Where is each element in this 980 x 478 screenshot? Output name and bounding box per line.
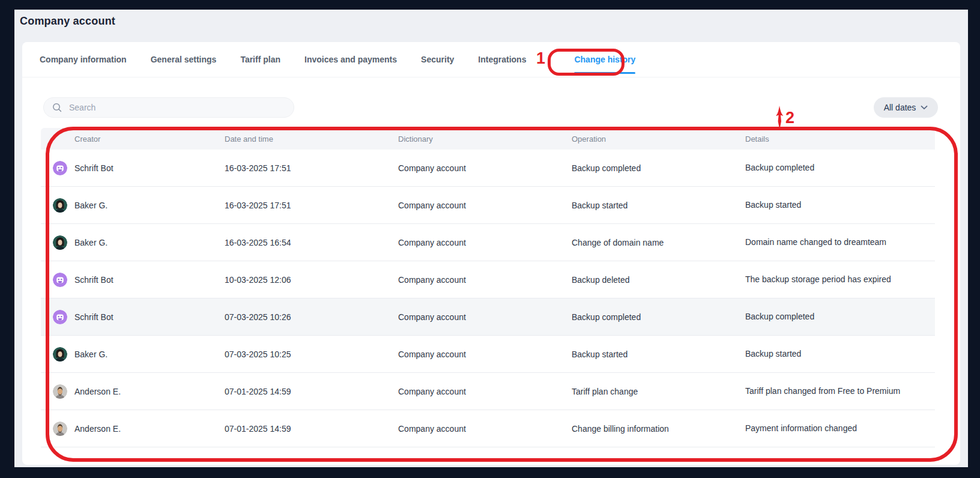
dictionary-cell: Company account: [398, 387, 572, 396]
creator-cell: Schrift Bot: [41, 161, 225, 175]
bot-avatar: [53, 161, 67, 175]
dictionary-cell: Company account: [398, 163, 572, 173]
table-header-row: CreatorDate and timeDictionaryOperationD…: [41, 128, 935, 150]
tab-label: Integrations: [478, 55, 526, 64]
datetime-cell: 16-03-2025 16:54: [225, 238, 398, 247]
page-title: Company account: [20, 15, 115, 28]
search-input[interactable]: [68, 102, 286, 113]
content-panel: Company informationGeneral settingsTarif…: [22, 42, 960, 465]
tab-label: Company information: [40, 55, 127, 64]
table-body: Schrift Bot 16-03-2025 17:51 Company acc…: [41, 150, 935, 447]
details-cell: Payment information changed: [745, 423, 935, 434]
user-avatar: [53, 347, 67, 362]
table-row[interactable]: Baker G. 16-03-2025 17:51 Company accoun…: [41, 187, 935, 224]
chevron-down-icon: [921, 105, 928, 110]
change-history-table: CreatorDate and timeDictionaryOperationD…: [41, 128, 935, 447]
tab-bar: Company informationGeneral settingsTarif…: [22, 42, 960, 77]
details-cell: Backup started: [745, 199, 935, 210]
user-avatar: [53, 198, 67, 213]
user-avatar: [53, 235, 67, 250]
operation-cell: Backup completed: [572, 163, 745, 173]
tab-security[interactable]: Security: [421, 42, 454, 77]
user-avatar: [53, 384, 67, 399]
table-row[interactable]: Schrift Bot 10-03-2025 12:06 Company acc…: [41, 261, 935, 298]
user-avatar: [53, 422, 67, 436]
creator-cell: Anderson E.: [41, 422, 225, 436]
dictionary-cell: Company account: [398, 238, 572, 247]
table-row[interactable]: Baker G. 07-03-2025 10:25 Company accoun…: [41, 336, 935, 373]
creator-cell: Anderson E.: [41, 384, 225, 399]
creator-cell: Baker G.: [41, 347, 225, 362]
tab-label: Security: [421, 55, 454, 64]
details-cell: Backup completed: [745, 311, 935, 322]
search-icon: [52, 103, 62, 112]
datetime-cell: 07-03-2025 10:25: [225, 349, 398, 359]
operation-cell: Change billing information: [572, 424, 745, 434]
operation-cell: Tariff plan change: [572, 387, 745, 396]
column-header-operation: Operation: [572, 135, 745, 144]
operation-cell: Backup deleted: [572, 275, 745, 285]
operation-cell: Change of domain name: [572, 238, 745, 247]
operation-cell: Backup completed: [572, 312, 745, 322]
column-header-date-and-time: Date and time: [225, 135, 398, 144]
dictionary-cell: Company account: [398, 312, 572, 322]
table-row[interactable]: Schrift Bot 07-03-2025 10:26 Company acc…: [41, 298, 935, 336]
tab-tariff-plan[interactable]: Tariff plan: [240, 42, 280, 77]
creator-cell: Baker G.: [41, 235, 225, 250]
operation-cell: Backup started: [572, 201, 745, 210]
tab-integrations[interactable]: Integrations: [478, 42, 526, 77]
tab-label: General settings: [151, 55, 217, 64]
tab-invoices-and-payments[interactable]: Invoices and payments: [304, 42, 397, 77]
datetime-cell: 16-03-2025 17:51: [225, 201, 398, 210]
column-header-dictionary: Dictionary: [398, 135, 572, 144]
datetime-cell: 10-03-2025 12:06: [225, 275, 398, 285]
tab-company-information[interactable]: Company information: [40, 42, 127, 77]
bot-avatar: [53, 273, 67, 287]
dictionary-cell: Company account: [398, 201, 572, 210]
operation-cell: Backup started: [572, 349, 745, 359]
date-filter-button[interactable]: All dates: [874, 97, 938, 118]
table-row[interactable]: Anderson E. 07-01-2025 14:59 Company acc…: [41, 373, 935, 410]
details-cell: Backup started: [745, 348, 935, 359]
details-cell: The backup storage period has expired: [745, 274, 935, 285]
table-row[interactable]: Anderson E. 07-01-2025 14:59 Company acc…: [41, 410, 935, 447]
page-background: Company account Company informationGener…: [14, 10, 968, 467]
details-cell: Domain name changed to dreamteam: [745, 237, 935, 247]
search-box[interactable]: [43, 97, 294, 118]
creator-cell: Schrift Bot: [41, 310, 225, 324]
table-row[interactable]: Baker G. 16-03-2025 16:54 Company accoun…: [41, 224, 935, 261]
datetime-cell: 16-03-2025 17:51: [225, 163, 398, 173]
dictionary-cell: Company account: [398, 349, 572, 359]
date-filter-label: All dates: [884, 103, 916, 112]
dictionary-cell: Company account: [398, 275, 572, 285]
details-cell: Backup completed: [745, 162, 935, 173]
creator-cell: Baker G.: [41, 198, 225, 213]
tab-label: Invoices and payments: [304, 55, 397, 64]
details-cell: Tariff plan changed from Free to Premium: [745, 386, 935, 396]
datetime-cell: 07-03-2025 10:26: [225, 312, 398, 322]
tab-change-history[interactable]: Change history: [574, 42, 635, 77]
datetime-cell: 07-01-2025 14:59: [225, 387, 398, 396]
bot-avatar: [53, 310, 67, 324]
tab-label: Tariff plan: [240, 55, 280, 64]
column-header-details: Details: [745, 135, 935, 144]
datetime-cell: 07-01-2025 14:59: [225, 424, 398, 434]
tab-general-settings[interactable]: General settings: [151, 42, 217, 77]
creator-cell: Schrift Bot: [41, 273, 225, 287]
column-header-creator: Creator: [41, 135, 225, 144]
dictionary-cell: Company account: [398, 424, 572, 434]
tab-label: Change history: [574, 55, 635, 64]
table-row[interactable]: Schrift Bot 16-03-2025 17:51 Company acc…: [41, 150, 935, 187]
